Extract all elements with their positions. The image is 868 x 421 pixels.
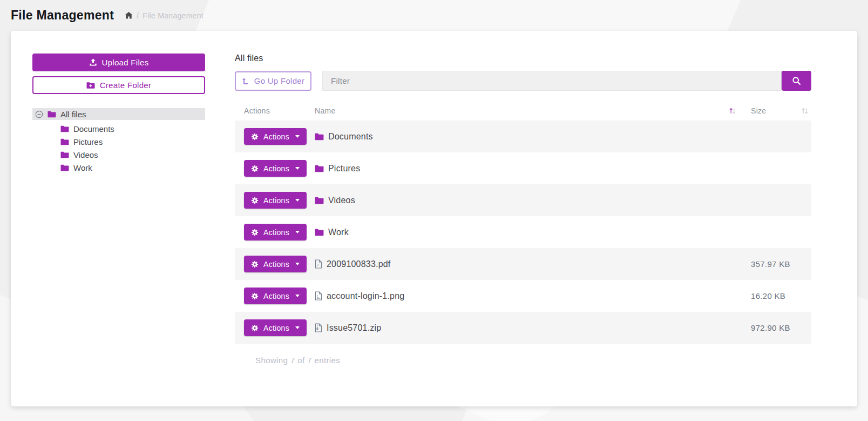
tree-item-label: Pictures [73,137,103,146]
folder-icon [315,133,324,141]
folder-icon [315,165,324,172]
actions-button-label: Actions [263,196,289,205]
caret-down-icon [295,199,300,202]
tree-children: Documents Pictures Videos Work [32,123,205,174]
go-up-folder-button[interactable]: Go Up Folder [235,71,311,91]
actions-button[interactable]: Actions [244,192,307,209]
table-row: Actions Documents [235,121,811,152]
image-file-icon [315,291,322,300]
actions-button[interactable]: Actions [244,224,307,240]
create-folder-button[interactable]: Create Folder [32,76,205,94]
caret-down-icon [295,326,300,329]
tree-item-all-files[interactable]: All files [32,108,205,120]
gear-icon [251,229,259,236]
caret-down-icon [295,295,300,297]
caret-down-icon [295,167,300,170]
actions-button-label: Actions [263,164,289,173]
main-panel: All files Go Up Folder Actions [235,54,811,384]
table-row: Actions 2009100833.pdf 357.97 KB [235,248,811,280]
actions-button[interactable]: Actions [244,128,307,145]
file-name: 2009100833.pdf [327,259,390,269]
gear-icon [251,292,259,300]
upload-files-button[interactable]: Upload Files [32,54,205,71]
actions-button[interactable]: Actions [244,160,307,177]
files-table: Actions Name Size Acti [235,101,811,365]
entries-count: Showing 7 of 7 entries [235,356,811,365]
tree-item-label: Work [73,163,92,172]
tree-root-label: All files [60,110,86,119]
column-header-size-label: Size [751,106,766,115]
go-up-folder-label: Go Up Folder [254,76,305,85]
level-up-icon [242,77,249,85]
breadcrumb: / File Management [125,11,204,20]
actions-button-label: Actions [263,292,289,300]
file-manager-card: Upload Files Create Folder All files [11,31,857,406]
breadcrumb-current: File Management [143,11,204,20]
actions-button-label: Actions [263,324,289,332]
actions-button-label: Actions [263,132,289,141]
search-icon [792,76,801,85]
actions-button-label: Actions [263,260,289,269]
gear-icon [251,324,259,332]
page-header: File Management / File Management [0,0,868,31]
caret-down-icon [295,263,300,265]
gear-icon [251,260,259,268]
home-icon[interactable] [125,11,133,19]
tree-item-documents[interactable]: Documents [32,123,205,135]
file-name-cell[interactable]: Documents [315,132,742,142]
file-name-cell[interactable]: account-login-1.png [315,291,742,301]
tree-item-work[interactable]: Work [32,162,205,174]
column-header-actions: Actions [235,106,315,115]
file-name-cell[interactable]: Videos [315,196,742,205]
file-name: Work [328,228,349,237]
actions-button[interactable]: Actions [244,288,307,304]
folder-icon [60,164,69,171]
file-name: account-login-1.png [327,291,404,301]
folder-tree: All files Documents Pictures Videos Wor [32,108,205,174]
sort-icon-name[interactable] [729,107,736,115]
pdf-file-icon [315,259,322,269]
column-header-size[interactable]: Size [742,106,811,115]
table-header: Actions Name Size [235,101,811,121]
caret-down-icon [295,135,300,138]
actions-button[interactable]: Actions [244,256,307,272]
file-name-cell[interactable]: Issue5701.zip [315,323,742,333]
file-name: Pictures [328,164,360,173]
current-folder-label: All files [235,54,811,63]
file-size: 972.90 KB [742,323,811,332]
file-name: Videos [328,196,355,205]
tree-item-label: Videos [73,150,98,159]
table-row: Actions Issue5701.zip 972.90 KB [235,312,811,344]
sort-icon-size[interactable] [802,107,808,115]
table-row: Actions Pictures [235,152,811,184]
folder-icon [60,138,69,145]
filter-input[interactable] [322,71,782,91]
table-row: Actions Videos [235,184,811,216]
file-name-cell[interactable]: 2009100833.pdf [315,259,742,269]
tree-item-label: Documents [73,124,114,133]
column-header-name[interactable]: Name [315,106,742,115]
upload-icon [89,58,97,66]
folder-icon [60,151,69,158]
file-name-cell[interactable]: Work [315,228,742,237]
tree-item-videos[interactable]: Videos [32,149,205,161]
breadcrumb-separator: / [137,11,139,20]
filter-group [322,71,811,91]
collapse-icon[interactable] [35,110,43,118]
table-row: Actions account-login-1.png 16.20 KB [235,280,811,312]
table-row: Actions Work [235,216,811,248]
file-size: 16.20 KB [742,291,811,300]
file-size: 357.97 KB [742,259,811,269]
tree-item-pictures[interactable]: Pictures [32,136,205,148]
create-folder-label: Create Folder [100,81,152,90]
folder-plus-icon [86,82,95,89]
file-name-cell[interactable]: Pictures [315,164,742,173]
actions-button[interactable]: Actions [244,319,307,336]
gear-icon [251,133,259,141]
folder-icon [60,125,69,132]
zip-file-icon [315,323,322,332]
caret-down-icon [295,231,300,233]
folder-icon [48,111,56,118]
upload-files-label: Upload Files [102,58,149,67]
search-button[interactable] [782,71,811,91]
